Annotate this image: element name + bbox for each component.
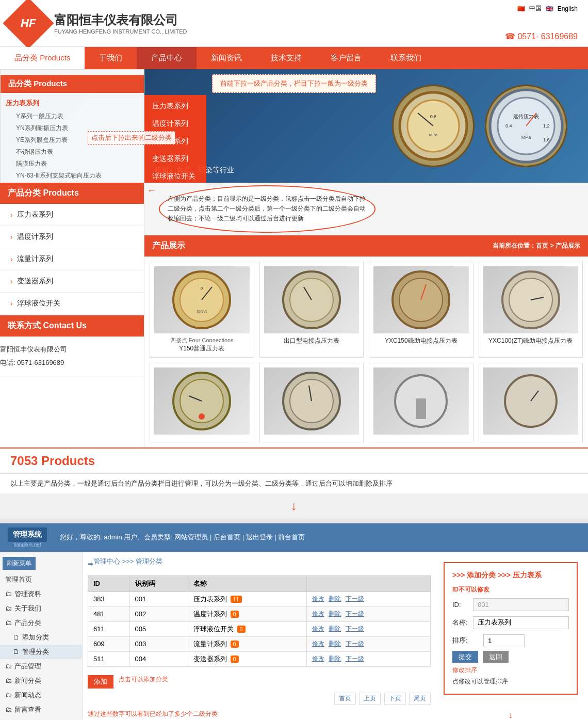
admin-menu-info[interactable]: 🗂 管理资料 [0, 587, 82, 601]
admin-menu-news[interactable]: 🗂 新闻动态 [0, 688, 82, 702]
nav-item-about[interactable]: 于我们 [85, 47, 137, 69]
pd-transmitter[interactable]: 变送器系列 [144, 150, 206, 168]
nav-item-product-center[interactable]: 产品中心 [137, 47, 197, 69]
page-prev[interactable]: 上页 [359, 693, 381, 705]
admin-menu-copyright[interactable]: 🗂 版权设置 [0, 717, 82, 720]
sort-input[interactable] [483, 634, 525, 647]
flag-china: 🇨🇳 [517, 5, 525, 12]
back-btn[interactable]: 返回 [483, 651, 509, 663]
admin-refresh-btn[interactable]: 刷新菜单 [3, 557, 36, 570]
product-item-7[interactable] [479, 363, 583, 442]
admin-menu-messages-label: 留言查看 [14, 705, 41, 714]
logo-text: HF [21, 17, 36, 30]
page-header: HF 富阳恒丰仪表有限公司 FUYANG HENGFENG INSTRUMENT… [0, 0, 588, 47]
sidebar-item-temperature[interactable]: 温度计系列 [0, 226, 144, 248]
svg-text:0.8: 0.8 [430, 114, 437, 119]
right-arrow-icon: ← [147, 185, 156, 196]
product-item-4[interactable] [150, 363, 254, 442]
cell-name-3: 流量计系列 0 [188, 636, 306, 651]
menu-icon-info: 🗂 [5, 590, 12, 598]
product-item-5[interactable] [259, 363, 364, 442]
sidebar-item-transmitter[interactable]: 变送器系列 [0, 270, 144, 293]
sub-count-0[interactable]: 11 [231, 596, 242, 603]
company-en: FUYANG HENGFENG INSTRUMENT CO., LIMITED [54, 28, 187, 35]
admin-menu-messages[interactable]: 🗂 留言查看 [0, 702, 82, 717]
phone-info: ☎ 0571- 63169689 [505, 31, 578, 41]
action-delete-1[interactable]: 删除 [329, 610, 341, 617]
action-delete-2[interactable]: 删除 [329, 625, 341, 632]
sidebar-item-flow[interactable]: 流量计系列 [0, 248, 144, 270]
sidebar-products-section: 产品分类 Products 压力表系列 温度计系列 流量计系列 变送器系列 浮球… [0, 183, 144, 315]
action-sub-4[interactable]: 下一级 [346, 655, 364, 662]
page-next[interactable]: 下页 [384, 693, 406, 705]
dropdown-sub-magnetic[interactable]: 磁助电接点压力表 [1, 182, 144, 183]
action-edit-2[interactable]: 修改 [312, 625, 324, 632]
nav-item-support[interactable]: 技术支持 [256, 47, 316, 69]
action-delete-0[interactable]: 删除 [329, 595, 341, 602]
product-item-2[interactable]: YXC150磁助电接点压力表 [369, 262, 473, 358]
page-last[interactable]: 尾页 [409, 693, 431, 705]
action-sub-2[interactable]: 下一级 [346, 625, 364, 632]
admin-add-btn[interactable]: 添加 [88, 675, 113, 689]
action-sub-3[interactable]: 下一级 [346, 640, 364, 647]
name-input[interactable] [473, 616, 569, 629]
nav-item-messages[interactable]: 客户留言 [316, 47, 376, 69]
sub-count-4[interactable]: 0 [231, 655, 239, 663]
nav-item-contact[interactable]: 联系我们 [376, 47, 436, 69]
admin-menu-add-cat[interactable]: 🗋 添加分类 [0, 630, 82, 645]
pd-temperature[interactable]: 温度计系列 [144, 115, 206, 133]
admin-menu-category[interactable]: 🗂 产品分类 [0, 616, 82, 630]
admin-menu-about[interactable]: 🗂 关于我们 [0, 601, 82, 616]
svg-text:1.2: 1.2 [543, 123, 550, 129]
pd-float[interactable]: 浮球液位开关 [144, 168, 206, 183]
product-item-3[interactable]: YXC100(ZT)磁助电接点压力表 [479, 262, 583, 358]
pd-pressure[interactable]: 压力表系列 [144, 98, 206, 115]
admin-menu-manage-cat[interactable]: 🗋 管理分类 [0, 645, 82, 659]
admin-menu-category-label: 产品分类 [14, 618, 41, 628]
svg-text:四接点: 四接点 [197, 310, 207, 314]
product-sub-desc-0: 四接点 Four Connections [154, 337, 250, 344]
lang-english[interactable]: English [558, 5, 578, 12]
submit-btn[interactable]: 提交 [452, 651, 478, 663]
page-first[interactable]: 首页 [334, 693, 356, 705]
action-edit-4[interactable]: 修改 [312, 655, 324, 662]
action-edit-1[interactable]: 修改 [312, 610, 324, 617]
action-delete-3[interactable]: 删除 [329, 640, 341, 647]
sidebar-item-float[interactable]: 浮球液位开关 [0, 293, 144, 315]
table-row: 611 005 浮球液位开关 0 修改 删除 下一 [88, 621, 431, 636]
lang-china[interactable]: 中国 [529, 4, 542, 13]
admin-menu-news-cat[interactable]: 🗂 新闻分类 [0, 674, 82, 688]
dropdown-sub-diaphragm[interactable]: 隔膜压力表 [1, 158, 144, 170]
admin-menu-home[interactable]: 管理首页 [0, 572, 82, 587]
sub-count-1[interactable]: 0 [231, 611, 239, 618]
dropdown-sub-y[interactable]: Y系列一般压力表 [1, 110, 144, 122]
dropdown-sub-stainless[interactable]: 不锈钢压力表 [1, 146, 144, 158]
product-img-6 [373, 367, 469, 435]
sub-count-3[interactable]: 0 [231, 641, 239, 648]
dropdown-sub-yn63[interactable]: YN-63-Ⅲ系列支架式轴向压力表 [1, 170, 144, 182]
edit-form: >>> 添加分类 >>> 压力表系 ID不可以修改 ID: 名称: [444, 562, 578, 695]
add-btn-annotation: 点击可以添加分类 [119, 675, 168, 684]
action-delete-4[interactable]: 删除 [329, 655, 341, 662]
sidebar-item-pressure[interactable]: 压力表系列 [0, 204, 144, 226]
nav-item-news[interactable]: 新闻资讯 [197, 47, 256, 69]
pagination: 首页 上页 下页 尾页 [88, 693, 431, 705]
cell-name-1: 温度计系列 0 [188, 606, 306, 621]
product-item-0[interactable]: 0 四接点 四接点 Four Connections Y150普通压力表 [150, 262, 254, 358]
form-row-sort: 排序: [452, 634, 569, 647]
dropdown-section-pressure[interactable]: 压力表系列 [1, 95, 144, 110]
sub-count-2[interactable]: 0 [237, 626, 246, 633]
action-edit-3[interactable]: 修改 [312, 640, 324, 647]
product-item-6[interactable] [369, 363, 473, 442]
action-sub-0[interactable]: 下一级 [346, 595, 364, 602]
product-item-1[interactable]: 出口型电接点压力表 [259, 262, 364, 358]
nav-item-products[interactable]: 品分类 Products [0, 47, 85, 69]
number-note: 通过这些数字可以看到已经加了多少个二级分类 [88, 710, 431, 718]
action-edit-0[interactable]: 修改 [312, 595, 324, 602]
admin-menu-product-mgmt[interactable]: 🗂 产品管理 [0, 659, 82, 674]
table-row: 383 001 压力表系列 11 修改 删除 下一 [88, 591, 431, 606]
table-row: 481 002 温度计系列 0 修改 删除 下一级 [88, 606, 431, 621]
left-arrow-icon: → [178, 133, 187, 143]
action-sub-1[interactable]: 下一级 [346, 610, 364, 617]
contact-info: 富阳恒丰仪表有限公司 电话: 0571-63169689 [0, 337, 144, 376]
